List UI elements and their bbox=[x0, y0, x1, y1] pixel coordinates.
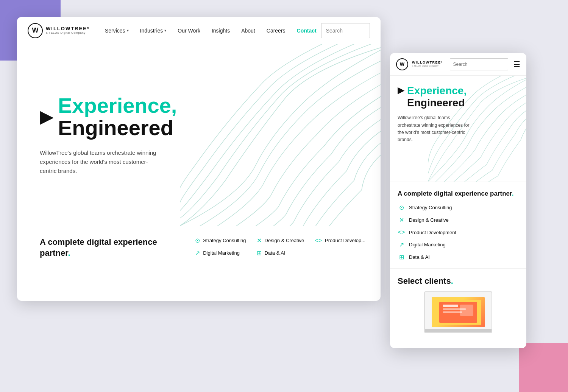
data-icon: ⊞ bbox=[257, 249, 262, 257]
hero-title-colored: Experience, bbox=[58, 93, 177, 117]
mobile-service-product[interactable]: <> Product Development bbox=[398, 229, 519, 236]
marketing-icon: ↗ bbox=[195, 249, 200, 257]
product-icon: <> bbox=[398, 229, 405, 236]
clients-dot: . bbox=[451, 276, 453, 286]
mobile-search-box[interactable] bbox=[450, 58, 509, 70]
svg-rect-9 bbox=[460, 305, 473, 316]
laptop-base bbox=[425, 329, 492, 333]
mobile-service-data[interactable]: ⊞ Data & AI bbox=[398, 254, 519, 261]
nav-item-careers[interactable]: Careers bbox=[262, 25, 290, 37]
mobile-clients-section: Select clients. bbox=[390, 268, 526, 341]
design-icon: ✕ bbox=[257, 237, 262, 244]
mobile-service-strategy[interactable]: ⊙ Strategy Consulting bbox=[398, 204, 519, 211]
desktop-navbar: W WILLOWTREE* a TELUS Digital Company Se… bbox=[17, 17, 381, 44]
design-icon: ✕ bbox=[398, 216, 405, 224]
desktop-services-grid: ⊙ Strategy Consulting ✕ Design & Creativ… bbox=[195, 237, 365, 257]
desktop-logo[interactable]: W WILLOWTREE* a TELUS Digital Company bbox=[28, 23, 90, 38]
client-screen-content bbox=[435, 300, 481, 325]
chevron-down-icon: ▾ bbox=[164, 28, 166, 33]
mobile-chevron-icon: ▶ bbox=[398, 85, 404, 95]
desktop-browser-window: W WILLOWTREE* a TELUS Digital Company Se… bbox=[17, 17, 381, 301]
client-preview-area bbox=[398, 291, 519, 333]
mobile-logo-icon[interactable]: W bbox=[396, 58, 408, 70]
mobile-hero: ▶ Experience, Engineered WillowTree's gl… bbox=[390, 76, 526, 182]
mobile-logo-sub: a TELUS Digital Company bbox=[412, 65, 443, 67]
mobile-service-marketing[interactable]: ↗ Digital Marketing bbox=[398, 241, 519, 248]
hero-content: ▶ Experience, Engineered WillowTree's gl… bbox=[40, 95, 222, 176]
desktop-partner-text: A complete digital experience partner. bbox=[40, 237, 180, 258]
nav-item-contact[interactable]: Contact bbox=[292, 25, 321, 37]
chevron-down-icon: ▾ bbox=[127, 28, 129, 33]
mobile-title-dark: Engineered bbox=[407, 97, 467, 109]
service-item-design[interactable]: ✕ Design & Creative bbox=[257, 237, 304, 244]
hero-subtitle: WillowTree's global teams orchestrate wi… bbox=[40, 148, 161, 176]
hamburger-icon[interactable]: ☰ bbox=[513, 60, 520, 69]
mobile-search-input[interactable] bbox=[450, 62, 509, 67]
hero-title-text: Experience, Engineered bbox=[58, 95, 222, 139]
nav-item-our-work[interactable]: Our Work bbox=[173, 25, 205, 37]
mobile-hero-content: ▶ Experience, Engineered WillowTree's gl… bbox=[398, 85, 519, 143]
bg-pink-accent bbox=[519, 343, 568, 392]
svg-rect-6 bbox=[443, 305, 458, 307]
mobile-bottom-section: A complete digital experience partner. ⊙… bbox=[390, 182, 526, 268]
nav-links: Services ▾ Industries ▾ Our Work Insight… bbox=[100, 25, 321, 37]
data-icon: ⊞ bbox=[398, 254, 405, 261]
mobile-partner-text: A complete digital experience partner. bbox=[398, 190, 519, 198]
mobile-services-list: ⊙ Strategy Consulting ✕ Design & Creativ… bbox=[398, 204, 519, 261]
logo-text-group: WILLOWTREE* a TELUS Digital Company bbox=[46, 26, 90, 35]
partner-dot: . bbox=[68, 248, 70, 258]
nav-item-services[interactable]: Services ▾ bbox=[100, 25, 133, 37]
nav-item-about[interactable]: About bbox=[237, 25, 260, 37]
client-screen bbox=[432, 297, 485, 327]
logo-name: WILLOWTREE* bbox=[46, 26, 90, 31]
service-item-product[interactable]: <> Product Develop... bbox=[315, 237, 365, 244]
service-item-marketing[interactable]: ↗ Digital Marketing bbox=[195, 249, 246, 257]
svg-rect-8 bbox=[443, 311, 462, 313]
mobile-title-text: Experience, Engineered bbox=[407, 85, 467, 109]
marketing-icon: ↗ bbox=[398, 241, 405, 248]
desktop-hero: ▶ Experience, Engineered WillowTree's gl… bbox=[17, 44, 381, 226]
desktop-bottom-section: A complete digital experience partner. ⊙… bbox=[17, 226, 381, 269]
product-icon: <> bbox=[315, 237, 322, 244]
mobile-subtitle: WillowTree's global teams orchestrate wi… bbox=[398, 114, 473, 143]
logo-icon: W bbox=[28, 23, 43, 38]
hero-chevron-icon: ▶ bbox=[40, 108, 53, 126]
mobile-hero-title: ▶ Experience, Engineered bbox=[398, 85, 519, 109]
nav-item-industries[interactable]: Industries ▾ bbox=[136, 25, 171, 37]
mobile-clients-title: Select clients. bbox=[398, 276, 519, 286]
nav-item-insights[interactable]: Insights bbox=[207, 25, 234, 37]
strategy-icon: ⊙ bbox=[398, 204, 405, 211]
mobile-partner-dot: . bbox=[512, 190, 514, 197]
mobile-logo-name: WILLOWTREE* bbox=[412, 61, 443, 65]
client-laptop-mock bbox=[424, 291, 492, 333]
service-item-strategy[interactable]: ⊙ Strategy Consulting bbox=[195, 237, 246, 244]
mobile-title-colored: Experience, bbox=[407, 85, 467, 96]
hero-title: ▶ Experience, Engineered bbox=[40, 95, 222, 139]
mobile-browser-window: W WILLOWTREE* a TELUS Digital Company ☰ bbox=[390, 53, 526, 348]
mobile-navbar: W WILLOWTREE* a TELUS Digital Company ☰ bbox=[390, 53, 526, 76]
service-item-data[interactable]: ⊞ Data & AI bbox=[257, 249, 304, 257]
desktop-search-input[interactable] bbox=[321, 28, 370, 34]
mobile-service-design[interactable]: ✕ Design & Creative bbox=[398, 216, 519, 224]
mobile-logo-text-group: WILLOWTREE* a TELUS Digital Company bbox=[412, 61, 443, 67]
hero-title-dark: Engineered bbox=[58, 116, 173, 140]
strategy-icon: ⊙ bbox=[195, 237, 200, 244]
logo-sub: a TELUS Digital Company bbox=[46, 31, 90, 35]
desktop-search-box[interactable] bbox=[321, 23, 370, 38]
